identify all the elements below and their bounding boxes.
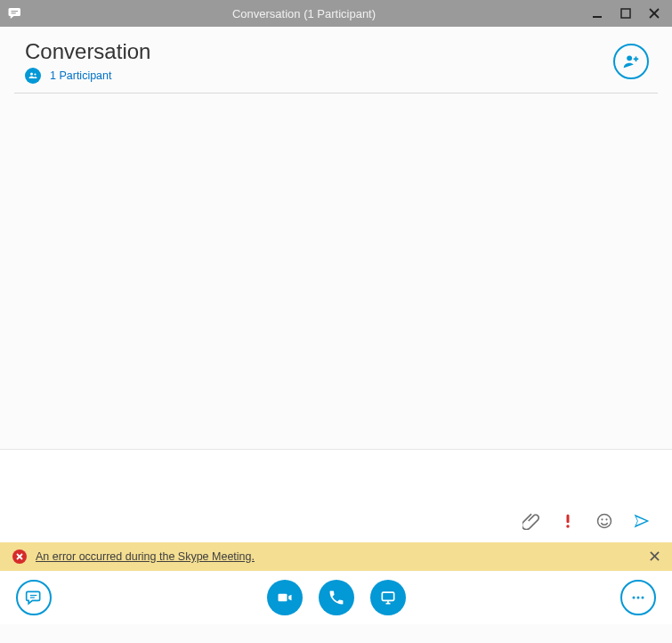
error-notification: An error occurred during the Skype Meeti… bbox=[0, 542, 672, 571]
svg-rect-11 bbox=[567, 515, 570, 524]
bottom-toolbar bbox=[0, 571, 672, 624]
maximize-button[interactable] bbox=[613, 3, 638, 24]
participant-count: 1 Participant bbox=[50, 69, 111, 82]
svg-point-7 bbox=[34, 73, 36, 75]
important-icon[interactable] bbox=[560, 512, 576, 530]
svg-point-26 bbox=[633, 597, 636, 599]
svg-point-27 bbox=[637, 597, 640, 599]
app-icon bbox=[7, 5, 23, 21]
call-button[interactable] bbox=[319, 580, 354, 615]
svg-rect-0 bbox=[12, 11, 19, 12]
input-toolbar bbox=[522, 512, 651, 530]
close-button[interactable] bbox=[642, 3, 667, 24]
error-close-icon[interactable] bbox=[650, 549, 660, 565]
svg-rect-22 bbox=[278, 594, 287, 601]
svg-point-28 bbox=[642, 597, 644, 599]
video-button[interactable] bbox=[267, 580, 303, 615]
svg-point-12 bbox=[566, 525, 569, 527]
conversation-header: Conversation 1 Participant bbox=[0, 27, 672, 93]
error-message[interactable]: An error occurred during the Skype Meeti… bbox=[36, 550, 255, 563]
svg-point-15 bbox=[605, 518, 607, 520]
more-options-button[interactable] bbox=[620, 580, 656, 615]
window-controls bbox=[585, 3, 667, 24]
svg-point-14 bbox=[601, 518, 603, 520]
svg-point-8 bbox=[627, 55, 632, 61]
svg-point-13 bbox=[598, 515, 611, 528]
svg-rect-3 bbox=[621, 9, 630, 18]
title-bar: Conversation (1 Participant) bbox=[0, 0, 672, 27]
window-title: Conversation (1 Participant) bbox=[23, 7, 585, 20]
chat-button[interactable] bbox=[16, 580, 52, 615]
add-participant-button[interactable] bbox=[613, 44, 649, 79]
participant-row[interactable]: 1 Participant bbox=[25, 68, 613, 84]
svg-rect-23 bbox=[382, 592, 393, 600]
svg-rect-2 bbox=[593, 16, 602, 18]
attach-icon[interactable] bbox=[522, 512, 540, 530]
present-button[interactable] bbox=[370, 580, 406, 615]
svg-rect-1 bbox=[12, 12, 16, 13]
error-icon bbox=[12, 549, 27, 564]
conversation-title: Conversation bbox=[25, 39, 613, 64]
emoji-icon[interactable] bbox=[595, 512, 613, 530]
participants-icon bbox=[25, 68, 41, 84]
svg-point-6 bbox=[30, 73, 33, 76]
conversation-body bbox=[0, 94, 672, 449]
minimize-button[interactable] bbox=[585, 3, 610, 24]
send-icon[interactable] bbox=[633, 512, 651, 530]
message-input-area[interactable] bbox=[0, 449, 672, 542]
